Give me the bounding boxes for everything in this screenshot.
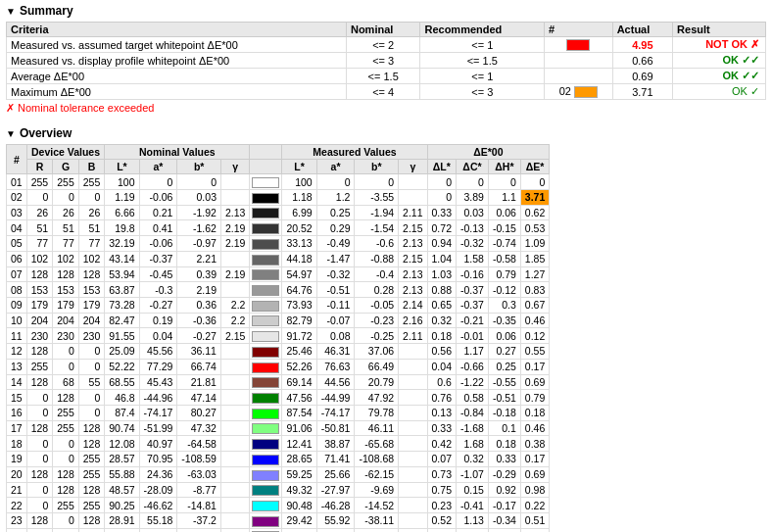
data-cell bbox=[220, 452, 249, 467]
data-cell: 20.52 bbox=[282, 220, 316, 236]
data-cell: 0.04 bbox=[139, 328, 177, 344]
data-cell: -0.23 bbox=[355, 313, 399, 328]
data-cell: 0.42 bbox=[427, 436, 456, 452]
swatch-cell bbox=[250, 390, 282, 406]
data-cell bbox=[220, 390, 249, 406]
color-swatch bbox=[252, 177, 279, 188]
data-cell: 28.57 bbox=[105, 452, 139, 467]
table-row: 190025528.5770.95-108.5928.6571.41-108.6… bbox=[7, 452, 550, 467]
data-cell: 0.67 bbox=[520, 297, 549, 313]
data-cell: 91.55 bbox=[105, 328, 139, 344]
data-cell: 0 bbox=[78, 390, 105, 406]
data-cell: 2.11 bbox=[399, 328, 427, 344]
data-cell: -0.32 bbox=[316, 266, 355, 282]
data-cell: 0.22 bbox=[520, 498, 549, 513]
data-cell: 04 bbox=[7, 220, 27, 236]
data-cell: 77 bbox=[26, 236, 53, 252]
data-cell: -0.55 bbox=[488, 374, 520, 390]
color-swatch bbox=[252, 485, 279, 496]
table-row: 0451515119.80.41-1.622.1920.520.29-1.542… bbox=[7, 220, 550, 236]
table-row: 1712825512890.74-51.9947.3291.06-50.8146… bbox=[7, 420, 550, 436]
data-cell: 3.89 bbox=[456, 189, 488, 205]
data-cell: 12.08 bbox=[105, 436, 139, 452]
data-cell: 102 bbox=[78, 251, 105, 266]
nominal-exceeded-text: ✗ Nominal tolerance exceeded bbox=[6, 102, 766, 115]
data-cell: -0.32 bbox=[456, 236, 488, 252]
data-cell: 153 bbox=[53, 282, 79, 298]
swatch-cell bbox=[250, 189, 282, 205]
table-row: 1020420420482.470.19-0.362.282.79-0.07-0… bbox=[7, 313, 550, 328]
data-cell: 0.32 bbox=[427, 528, 456, 532]
data-cell: 25.09 bbox=[105, 344, 139, 360]
data-cell: 22 bbox=[7, 498, 27, 513]
data-cell: 2.2 bbox=[220, 313, 249, 328]
data-cell: 2.19 bbox=[177, 282, 221, 298]
data-cell: 2.14 bbox=[399, 297, 427, 313]
data-cell: -0.74 bbox=[488, 236, 520, 252]
data-cell bbox=[220, 359, 249, 374]
swatch-cell bbox=[250, 313, 282, 328]
data-cell: 0.32 bbox=[456, 452, 488, 467]
color-swatch bbox=[252, 301, 279, 312]
data-cell: -0.64 bbox=[456, 528, 488, 532]
data-cell: 128 bbox=[78, 266, 105, 282]
data-cell: 48.57 bbox=[105, 482, 139, 498]
data-cell bbox=[220, 466, 249, 482]
data-cell: 03 bbox=[7, 205, 27, 220]
data-cell: 1.1 bbox=[488, 189, 520, 205]
summary-recommended: <= 1 bbox=[420, 69, 545, 84]
data-cell: 2.19 bbox=[220, 236, 249, 252]
data-cell: 76.63 bbox=[316, 359, 355, 374]
data-cell: 179 bbox=[78, 297, 105, 313]
data-cell: 38.87 bbox=[316, 436, 355, 452]
data-cell: 255 bbox=[53, 174, 79, 190]
color-swatch bbox=[252, 208, 279, 218]
data-cell: 18 bbox=[7, 436, 27, 452]
table-row: 14128685568.5545.4321.8169.1444.5620.790… bbox=[7, 374, 550, 390]
data-cell: 0.46 bbox=[520, 420, 549, 436]
data-cell: 77 bbox=[53, 236, 79, 252]
data-cell: 37.06 bbox=[355, 344, 399, 360]
summary-nominal: <= 2 bbox=[346, 37, 420, 53]
data-cell: 0.69 bbox=[520, 466, 549, 482]
col-header-num: # bbox=[7, 145, 27, 174]
table-row: 121280025.0945.5636.1125.4646.3137.060.5… bbox=[7, 344, 550, 360]
data-cell: 0.18 bbox=[520, 405, 549, 420]
data-cell: 128 bbox=[53, 266, 79, 282]
data-cell: 91.72 bbox=[282, 328, 316, 344]
data-cell: 6.99 bbox=[282, 205, 316, 220]
summary-recommended: <= 3 bbox=[420, 84, 545, 100]
col-de: ΔE* bbox=[520, 160, 549, 174]
data-cell: 100 bbox=[105, 174, 139, 190]
table-row: 0610210210243.14-0.372.2144.18-1.47-0.88… bbox=[7, 251, 550, 266]
data-cell: -46.62 bbox=[139, 498, 177, 513]
color-swatch bbox=[252, 409, 279, 419]
data-cell: 1.13 bbox=[456, 513, 488, 529]
data-cell: -0.23 bbox=[488, 528, 520, 532]
color-swatch bbox=[252, 331, 279, 342]
table-row: 032626266.660.21-1.922.136.990.25-1.942.… bbox=[7, 205, 550, 220]
data-cell: 128 bbox=[26, 266, 53, 282]
data-cell: 255 bbox=[53, 405, 79, 420]
data-cell: 1.2 bbox=[316, 189, 355, 205]
data-cell: 0.1 bbox=[488, 420, 520, 436]
data-cell: 23 bbox=[7, 513, 27, 529]
data-cell: 0 bbox=[26, 482, 53, 498]
color-swatch bbox=[252, 285, 279, 296]
data-cell: 0 bbox=[427, 189, 456, 205]
swatch-cell bbox=[250, 420, 282, 436]
data-cell: -0.84 bbox=[456, 405, 488, 420]
swatch-cell bbox=[250, 297, 282, 313]
data-cell: 12 bbox=[7, 344, 27, 360]
data-cell bbox=[220, 482, 249, 498]
data-cell: 71.41 bbox=[316, 452, 355, 467]
table-row: 22025525590.25-46.62-14.8190.48-46.28-14… bbox=[7, 498, 550, 513]
summary-criteria: Measured vs. display profile whitepoint … bbox=[7, 53, 347, 69]
data-cell bbox=[399, 436, 427, 452]
data-cell: 1.09 bbox=[520, 236, 549, 252]
data-cell: 128 bbox=[53, 390, 79, 406]
data-cell: 32.19 bbox=[105, 236, 139, 252]
data-cell: -0.37 bbox=[456, 282, 488, 298]
data-cell: 55.18 bbox=[139, 513, 177, 529]
data-cell: -3.55 bbox=[355, 189, 399, 205]
